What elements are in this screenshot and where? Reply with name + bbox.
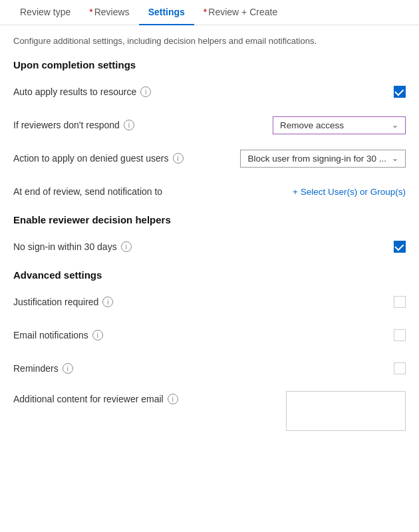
label-if-reviewers: If reviewers don't respond i <box>13 120 134 130</box>
textarea-additional-content[interactable] <box>286 391 406 431</box>
value-end-of-review: + Select User(s) or Group(s) <box>273 187 406 197</box>
checkbox-justification[interactable] <box>394 296 406 308</box>
label-end-of-review-text: At end of review, send notification to <box>13 186 162 197</box>
info-action-denied-icon: i <box>173 153 184 164</box>
tab-review-create[interactable]: *Review + Create <box>194 0 287 25</box>
row-justification: Justification required i <box>13 291 406 313</box>
value-action-denied: Block user from signing-in for 30 ... ⌄ <box>240 150 406 168</box>
chevron-if-reviewers-icon: ⌄ <box>392 120 398 130</box>
label-auto-apply-text: Auto apply results to resource <box>13 86 136 97</box>
value-reminders <box>273 362 406 374</box>
label-additional-content-text: Additional content for reviewer email <box>13 394 164 404</box>
section-completion-heading: Upon completion settings <box>13 59 406 70</box>
label-additional-content: Additional content for reviewer email i <box>13 394 178 404</box>
value-email-notifications <box>273 329 406 341</box>
label-if-reviewers-text: If reviewers don't respond <box>13 120 120 130</box>
tab-reviews-label: Reviews <box>94 7 130 17</box>
info-no-sign-in-icon: i <box>121 241 132 252</box>
tab-review-type[interactable]: Review type <box>11 0 80 25</box>
section-advanced-heading: Advanced settings <box>13 269 406 281</box>
value-auto-apply <box>273 86 406 98</box>
select-action-denied-value: Block user from signing-in for 30 ... <box>247 154 386 164</box>
tab-review-create-asterisk: * <box>204 7 207 17</box>
select-users-groups-link[interactable]: + Select User(s) or Group(s) <box>293 187 406 197</box>
page-description: Configure additional settings, including… <box>13 36 406 46</box>
main-content: Configure additional settings, including… <box>0 25 419 454</box>
row-email-notifications: Email notifications i <box>13 325 406 346</box>
tab-reviews[interactable]: *Reviews <box>80 0 138 25</box>
label-justification: Justification required i <box>13 297 113 307</box>
tab-review-create-label: Review + Create <box>208 7 277 17</box>
value-no-sign-in <box>273 241 406 253</box>
label-email-notifications: Email notifications i <box>13 330 103 340</box>
chevron-action-denied-icon: ⌄ <box>392 154 398 163</box>
tab-review-type-label: Review type <box>20 7 70 17</box>
info-reminders-icon: i <box>63 363 73 374</box>
label-auto-apply: Auto apply results to resource i <box>13 86 151 97</box>
info-justification-icon: i <box>102 297 113 307</box>
tab-settings-label: Settings <box>148 7 185 17</box>
info-auto-apply-icon: i <box>140 86 151 97</box>
label-reminders: Reminders i <box>13 363 73 374</box>
row-end-of-review: At end of review, send notification to +… <box>13 181 406 202</box>
row-action-denied: Action to apply on denied guest users i … <box>13 148 406 169</box>
row-reminders: Reminders i <box>13 358 406 379</box>
label-justification-text: Justification required <box>13 297 98 307</box>
tab-bar: Review type *Reviews Settings *Review + … <box>0 0 419 25</box>
label-action-denied-text: Action to apply on denied guest users <box>13 153 169 164</box>
info-additional-content-icon: i <box>168 394 178 404</box>
value-if-reviewers: Remove access ⌄ <box>273 116 406 134</box>
info-email-notifications-icon: i <box>92 330 103 340</box>
select-action-denied[interactable]: Block user from signing-in for 30 ... ⌄ <box>240 150 406 168</box>
label-no-sign-in: No sign-in within 30 days i <box>13 241 132 252</box>
checkbox-auto-apply[interactable] <box>394 86 406 98</box>
row-no-sign-in: No sign-in within 30 days i <box>13 236 406 257</box>
checkbox-email-notifications[interactable] <box>394 329 406 341</box>
tab-settings[interactable]: Settings <box>139 0 194 25</box>
label-reminders-text: Reminders <box>13 363 59 374</box>
select-if-reviewers-value: Remove access <box>280 120 344 130</box>
label-no-sign-in-text: No sign-in within 30 days <box>13 241 117 252</box>
row-if-reviewers: If reviewers don't respond i Remove acce… <box>13 114 406 136</box>
tab-reviews-asterisk: * <box>89 7 92 17</box>
checkbox-reminders[interactable] <box>394 362 406 374</box>
label-end-of-review: At end of review, send notification to <box>13 186 162 197</box>
label-email-notifications-text: Email notifications <box>13 330 88 340</box>
value-justification <box>273 296 406 308</box>
section-decision-helpers-heading: Enable reviewer decision helpers <box>13 214 406 225</box>
checkbox-no-sign-in[interactable] <box>394 241 406 253</box>
row-auto-apply: Auto apply results to resource i <box>13 81 406 102</box>
select-if-reviewers[interactable]: Remove access ⌄ <box>273 116 406 134</box>
value-additional-content <box>273 391 406 431</box>
info-if-reviewers-icon: i <box>124 120 134 130</box>
row-additional-content: Additional content for reviewer email i <box>13 391 406 431</box>
label-action-denied: Action to apply on denied guest users i <box>13 153 184 164</box>
